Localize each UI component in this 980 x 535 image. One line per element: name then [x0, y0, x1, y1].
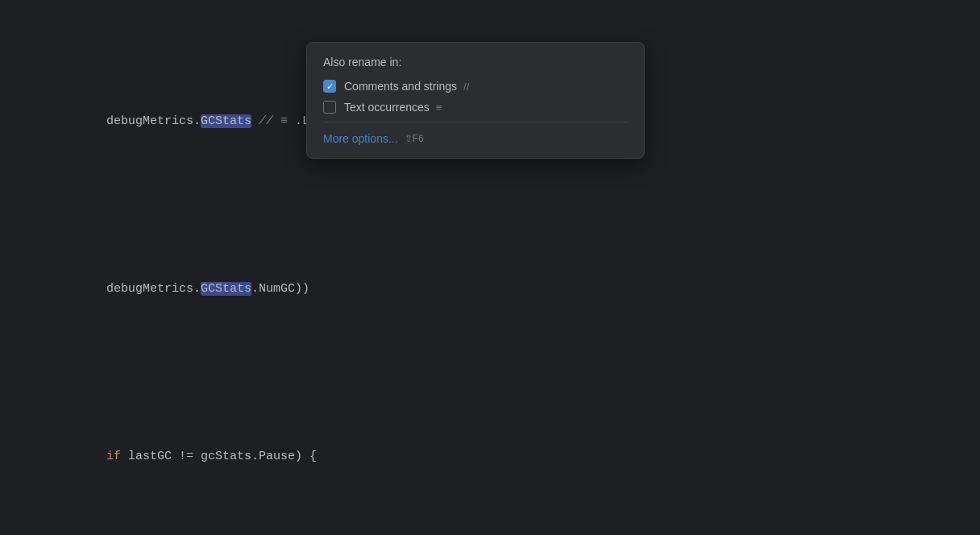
text-occurrences-icon: ≡	[436, 102, 442, 114]
code-editor: debugMetrics.GCStats // ≡ .LastGC.Update…	[0, 0, 980, 535]
popup-divider	[323, 122, 628, 122]
comments-strings-icon: //	[463, 81, 469, 93]
text-occurrences-checkbox[interactable]	[323, 101, 336, 114]
comments-strings-option[interactable]: ✓ Comments and strings //	[323, 80, 628, 93]
text-occurrences-option[interactable]: Text occurrences ≡	[323, 101, 628, 114]
comments-strings-label: Comments and strings	[344, 80, 457, 93]
more-options-link[interactable]: More options... ⇧F6	[323, 131, 628, 147]
checkmark-icon: ✓	[326, 82, 334, 91]
rename-popup: Also rename in: ✓ Comments and strings /…	[306, 42, 645, 159]
code-line-3: if lastGC != gcStats.Pause) {	[0, 425, 980, 509]
shortcut-label: ⇧F6	[405, 133, 424, 144]
more-options-label: More options...	[323, 132, 398, 145]
popup-title: Also rename in:	[323, 56, 628, 68]
text-occurrences-label: Text occurrences	[344, 101, 430, 114]
comments-strings-checkbox[interactable]: ✓	[323, 80, 336, 93]
code-line-2: debugMetrics.GCStats.NumGC))	[0, 258, 980, 342]
